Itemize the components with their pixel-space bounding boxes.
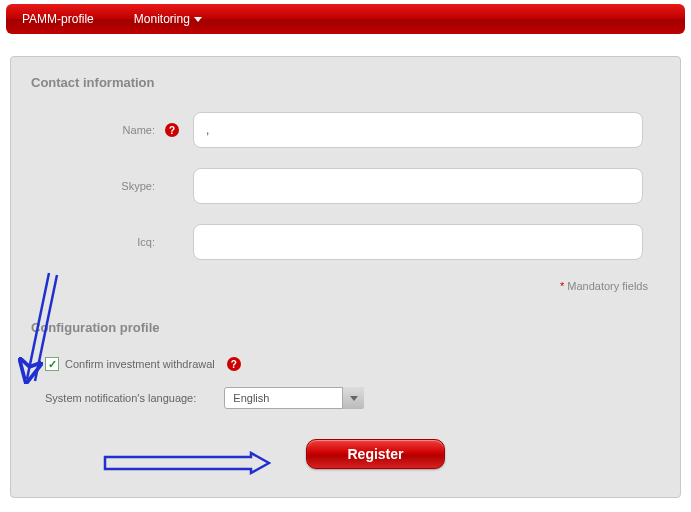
label-icq: Icq: [31,236,161,248]
mandatory-fields-note: *Mandatory fields [31,280,660,292]
section-title-contact: Contact information [31,75,660,90]
top-nav-bar: PAMM-profile Monitoring [6,4,685,34]
register-button-label: Register [347,446,403,462]
chevron-down-icon [194,17,202,22]
form-panel: Contact information Name: ? Skype: Icq: … [10,56,681,498]
skype-input[interactable] [193,168,643,204]
check-icon: ✓ [48,358,57,371]
nav-item-pamm-profile[interactable]: PAMM-profile [22,12,94,26]
asterisk-icon: * [560,280,564,292]
label-skype: Skype: [31,180,161,192]
register-button[interactable]: Register [306,439,444,469]
name-input[interactable] [193,112,643,148]
language-selected-text: English [233,392,269,404]
form-row-icq: Icq: [31,224,660,260]
checkbox-label: Confirm investment withdrawal [65,358,215,370]
confirm-withdrawal-checkbox[interactable]: ✓ [45,357,59,371]
register-row: Register [31,439,660,469]
mandatory-text: Mandatory fields [567,280,648,292]
section-title-config: Configuration profile [31,320,660,335]
language-label: System notification's language: [45,392,196,404]
form-row-skype: Skype: [31,168,660,204]
icq-input[interactable] [193,224,643,260]
language-select-button[interactable] [342,387,364,409]
help-icon[interactable]: ? [227,357,241,371]
language-row: System notification's language: English [45,387,660,409]
nav-label: Monitoring [134,12,190,26]
help-icon[interactable]: ? [165,123,179,137]
label-name: Name: [31,124,161,136]
nav-item-monitoring[interactable]: Monitoring [134,12,202,26]
checkbox-row-confirm: ✓ Confirm investment withdrawal ? [45,357,660,371]
chevron-down-icon [350,396,358,401]
language-select[interactable]: English [224,387,364,409]
form-row-name: Name: ? [31,112,660,148]
nav-label: PAMM-profile [22,12,94,26]
